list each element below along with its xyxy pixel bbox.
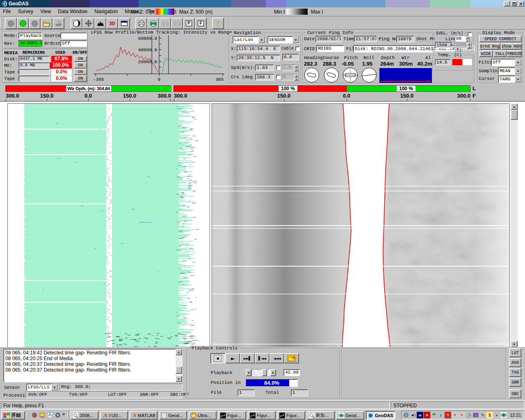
total-field[interactable]: 1 (291, 389, 308, 396)
window-layout-icon[interactable] (118, 18, 130, 29)
filter-dropdown[interactable]: Off▼ (491, 59, 522, 66)
nav-source-dropdown[interactable]: SENSOR▼ (267, 36, 299, 43)
stop-button[interactable]: ■ (210, 353, 225, 363)
ship-survey-icon[interactable] (52, 18, 64, 29)
tray-net-shield-icon[interactable] (403, 412, 409, 418)
print-icon[interactable] (135, 18, 147, 29)
fast-rewind-button[interactable]: ◄◄◄ (269, 353, 284, 363)
taskbar-item-acdsee-new[interactable]: 新加... (307, 411, 335, 420)
speed-value-field[interactable]: 42.00 (283, 369, 300, 376)
media-on-button[interactable]: ON (74, 69, 87, 75)
lut-button[interactable]: LUT (509, 348, 521, 357)
page-p-icon[interactable]: P (183, 18, 195, 29)
sbc-button[interactable]: SBC (509, 389, 521, 398)
cable-field[interactable]: 0.0 (282, 54, 299, 60)
play-button[interactable]: ► (225, 353, 240, 363)
tray-download-icon[interactable]: ↯ (445, 412, 451, 418)
menu-view[interactable]: View (37, 7, 54, 16)
speed-slider-track[interactable] (251, 369, 270, 376)
tray-network-offline-icon[interactable]: ✕ (459, 412, 465, 418)
source-field[interactable] (60, 32, 87, 39)
snr-button[interactable]: SNR (509, 378, 521, 387)
nav-field[interactable]: 10:DGPS:1. (18, 40, 42, 47)
tray-display-icon[interactable] (472, 412, 479, 418)
taskbar-item-matlab[interactable]: MATLAB (130, 411, 158, 420)
log-scrollbar[interactable]: ▲ ▼ (176, 349, 182, 382)
rotate-globe-icon[interactable] (71, 18, 82, 29)
print-color-icon[interactable] (147, 18, 159, 29)
print-gray-1-icon[interactable] (159, 18, 171, 29)
menu-navigation[interactable]: Navigation (91, 7, 121, 16)
z-color-scale[interactable] (155, 9, 174, 15)
show-hdn-button[interactable]: Show Hdn (501, 43, 522, 50)
target-icon[interactable] (82, 18, 94, 29)
brdcst-field[interactable]: Off (60, 40, 87, 47)
avg-button[interactable]: AVG (509, 358, 521, 367)
tray-network-offline-icon[interactable]: ✕ (452, 412, 458, 418)
subbottom-waterfall[interactable] (7, 103, 210, 347)
quicklaunch-show-desktop-icon[interactable] (31, 412, 38, 418)
toolbar-grip[interactable] (1, 18, 2, 28)
crs-checkbox[interactable] (276, 75, 281, 79)
minimize-button[interactable]: _ (504, 1, 510, 7)
freeze-button[interactable]: FREEZE (507, 50, 522, 57)
tvg-button[interactable]: TVG (509, 368, 521, 377)
start-button[interactable]: 开始 (1, 411, 25, 420)
coord-mode-dropdown[interactable]: Lat/Lon▼ (233, 36, 265, 43)
eject-folder-button[interactable]: ? (284, 353, 299, 363)
tray-umbrella-icon[interactable]: ☂ (431, 412, 437, 418)
help-icon[interactable]: ? (212, 18, 224, 29)
speed-slider-thumb[interactable] (262, 369, 267, 376)
quicklaunch-desktop-icon[interactable] (39, 412, 46, 418)
taskbar-item-ultraedit[interactable]: UEUltra... (189, 411, 217, 420)
tray-gesture-icon[interactable]: ➤ (493, 412, 500, 418)
tray-sogou-icon[interactable]: S (486, 412, 493, 418)
menu-survey[interactable]: Survey (15, 7, 36, 16)
tray-time-sync-icon[interactable]: ◷ (466, 412, 472, 418)
quicklaunch-more-chevron[interactable]: » (62, 411, 65, 416)
taskbar-item-acdsee-2008[interactable]: 2008... (71, 411, 98, 420)
tray-pen-icon[interactable]: ✎ (479, 412, 486, 418)
slider-left-icon[interactable]: ◄ (246, 369, 251, 376)
menu-file[interactable]: File (0, 7, 14, 16)
speed-correct-button[interactable]: SPEED CORRECT (479, 36, 522, 42)
menu-data-window[interactable]: Data Window (55, 7, 90, 16)
media-on-button[interactable]: ON (74, 75, 87, 82)
media-on-button[interactable]: ON (74, 62, 87, 68)
pause-icon[interactable] (29, 18, 41, 29)
taskbar-item-figure-2[interactable]: Figur... (248, 411, 276, 420)
open-file-icon[interactable] (41, 18, 52, 29)
taskbar-item-figure-1[interactable]: Figur... (218, 411, 246, 420)
slider-right-icon[interactable]: ► (270, 369, 276, 376)
sensor-dropdown[interactable]: LFSS/LLS▼ (26, 383, 58, 391)
taskbar-item-geodas-doc[interactable]: Geod... (159, 411, 187, 420)
tray-ati-icon[interactable]: A (424, 412, 430, 418)
spd-checkbox[interactable] (276, 65, 281, 70)
wide-button[interactable]: WIDE (479, 50, 493, 57)
cursor-dropdown[interactable]: TARG▼ (498, 75, 522, 83)
sidescan-waterfall[interactable] (212, 103, 510, 347)
start-icon[interactable] (17, 18, 29, 29)
scroll-thumb[interactable] (176, 366, 182, 374)
taskbar-grip[interactable] (27, 411, 28, 419)
cable-checkbox[interactable] (295, 46, 300, 51)
tray-ie-icon[interactable]: e (438, 412, 444, 418)
print-gray-2-icon[interactable] (171, 18, 183, 29)
crid-field[interactable]: RDIBS (316, 45, 344, 52)
main-scrollbar[interactable]: ▲ ▼ (511, 103, 518, 347)
scroll-down-icon[interactable]: ▼ (511, 341, 518, 347)
taskbar-item-matlab-dir[interactable]: I:\20... (100, 411, 128, 420)
media-on-button[interactable]: ON (74, 56, 87, 62)
scroll-up-icon[interactable]: ▲ (176, 349, 182, 355)
taskbar-item-figure-3[interactable]: Figur... (277, 411, 305, 420)
scroll-down-icon[interactable]: ▼ (176, 376, 182, 382)
sampling-dropdown[interactable]: MEAN▼ (498, 67, 522, 75)
mode-field[interactable]: Playback (18, 32, 42, 39)
svel-checkbox[interactable] (468, 32, 472, 37)
close-button[interactable]: × (518, 1, 524, 7)
3d-view-icon[interactable]: 3D (106, 18, 118, 29)
tray-eye-icon[interactable] (500, 412, 507, 418)
quicklaunch-ie-icon[interactable] (47, 412, 53, 418)
scroll-up-icon[interactable]: ▲ (511, 103, 518, 110)
scroll-thumb[interactable] (511, 110, 518, 120)
